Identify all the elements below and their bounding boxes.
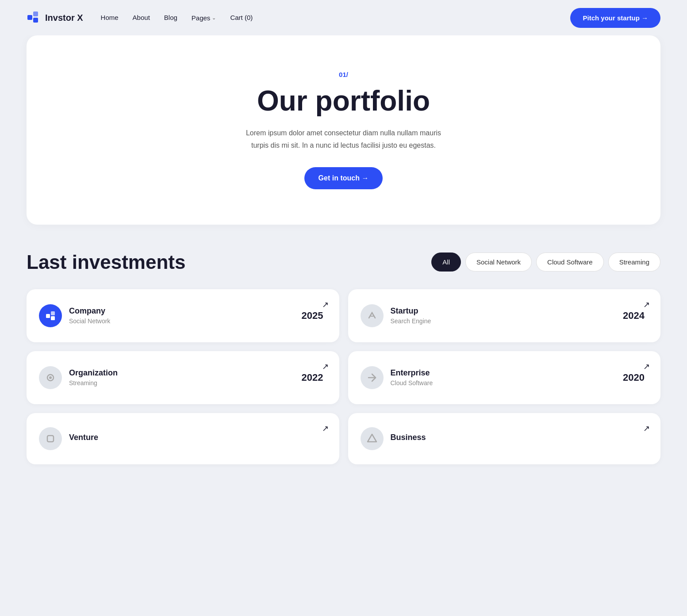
enterprise-category: Cloud Software <box>391 379 433 386</box>
company-name: Company <box>69 306 110 316</box>
company-category: Social Network <box>69 318 110 325</box>
navbar-left: Invstor X Home About Blog Pages ⌄ Cart (… <box>27 11 253 25</box>
card-text-enterprise: Enterprise Cloud Software <box>391 368 433 386</box>
card-logo-company <box>39 304 62 327</box>
investment-card-organization[interactable]: ↗ Organization Streaming 2022 <box>27 351 339 404</box>
card-arrow-icon-venture[interactable]: ↗ <box>322 424 329 433</box>
card-logo-business <box>361 427 384 450</box>
company-year: 2025 <box>302 310 323 321</box>
svg-rect-3 <box>46 314 50 318</box>
hero-description: Lorem ipsum dolor amet consectetur diam … <box>238 127 450 151</box>
card-logo-startup <box>361 304 384 327</box>
startup-name: Startup <box>391 306 431 316</box>
card-arrow-icon-business[interactable]: ↗ <box>643 424 650 433</box>
svg-marker-9 <box>368 434 376 442</box>
filter-buttons: All Social Network Cloud Software Stream… <box>431 253 660 272</box>
pages-chevron-icon: ⌄ <box>212 15 216 21</box>
logo[interactable]: Invstor X <box>27 11 83 25</box>
business-logo-svg <box>366 433 378 444</box>
card-info-company: Company Social Network <box>39 304 110 327</box>
svg-rect-8 <box>47 436 54 442</box>
card-info-startup: Startup Search Engine <box>361 304 431 327</box>
investment-cards-partial: ↗ Venture ↗ <box>27 413 660 464</box>
card-logo-organization <box>39 366 62 389</box>
investments-section: Last investments All Social Network Clou… <box>0 251 687 491</box>
enterprise-year: 2020 <box>623 372 645 383</box>
card-arrow-icon-enterprise[interactable]: ↗ <box>643 362 650 371</box>
card-logo-venture <box>39 427 62 450</box>
investment-card-company[interactable]: ↗ Company Social Network 2025 <box>27 289 339 342</box>
investment-card-startup[interactable]: ↗ Startup Search Engine 2024 <box>348 289 661 342</box>
filter-social-button[interactable]: Social Network <box>465 253 532 272</box>
card-text-startup: Startup Search Engine <box>391 306 431 325</box>
organization-logo-svg <box>45 372 56 383</box>
investments-header: Last investments All Social Network Clou… <box>27 251 660 273</box>
nav-links: Home About Blog Pages ⌄ Cart (0) <box>101 14 253 22</box>
filter-streaming-button[interactable]: Streaming <box>608 253 660 272</box>
organization-name: Organization <box>69 368 118 378</box>
card-info-organization: Organization Streaming <box>39 366 118 389</box>
card-text-venture: Venture <box>69 433 98 444</box>
svg-rect-4 <box>51 311 55 315</box>
organization-year: 2022 <box>302 372 323 383</box>
card-text-organization: Organization Streaming <box>69 368 118 386</box>
enterprise-logo-svg <box>366 372 378 383</box>
svg-point-7 <box>49 376 52 379</box>
venture-logo-svg <box>45 433 56 444</box>
startup-year: 2024 <box>623 310 645 321</box>
nav-blog[interactable]: Blog <box>164 14 177 21</box>
navbar: Invstor X Home About Blog Pages ⌄ Cart (… <box>0 0 687 35</box>
business-name: Business <box>391 433 426 442</box>
get-in-touch-button[interactable]: Get in touch → <box>304 167 383 189</box>
investment-card-venture[interactable]: ↗ Venture <box>27 413 339 464</box>
card-info-enterprise: Enterprise Cloud Software <box>361 366 433 389</box>
nav-pages[interactable]: Pages ⌄ <box>192 14 216 22</box>
card-info-business: Business <box>361 427 426 450</box>
card-arrow-icon-company[interactable]: ↗ <box>322 300 329 310</box>
nav-cart[interactable]: Cart (0) <box>230 14 253 21</box>
hero-section: 01/ Our portfolio Lorem ipsum dolor amet… <box>27 35 660 225</box>
card-arrow-icon-organization[interactable]: ↗ <box>322 362 329 371</box>
brand-name: Invstor X <box>45 13 83 23</box>
startup-category: Search Engine <box>391 318 431 325</box>
card-text-business: Business <box>391 433 426 444</box>
filter-all-button[interactable]: All <box>431 253 461 272</box>
svg-rect-1 <box>33 11 38 16</box>
company-logo-svg <box>45 310 56 321</box>
svg-rect-0 <box>27 15 32 20</box>
filter-cloud-button[interactable]: Cloud Software <box>536 253 604 272</box>
venture-name: Venture <box>69 433 98 442</box>
svg-rect-5 <box>51 316 55 320</box>
pitch-startup-button[interactable]: Pitch your startup → <box>570 8 660 28</box>
investments-title: Last investments <box>27 251 185 273</box>
investment-card-enterprise[interactable]: ↗ Enterprise Cloud Software 2020 <box>348 351 661 404</box>
logo-icon <box>27 11 41 25</box>
card-info-venture: Venture <box>39 427 98 450</box>
card-text-company: Company Social Network <box>69 306 110 325</box>
card-logo-enterprise <box>361 366 384 389</box>
nav-home[interactable]: Home <box>101 14 119 21</box>
investment-card-business[interactable]: ↗ Business <box>348 413 661 464</box>
startup-logo-svg <box>366 310 378 321</box>
hero-title: Our portfolio <box>44 85 643 116</box>
organization-category: Streaming <box>69 379 118 386</box>
card-arrow-icon-startup[interactable]: ↗ <box>643 300 650 310</box>
hero-label: 01/ <box>44 71 643 78</box>
nav-about[interactable]: About <box>133 14 150 21</box>
investment-cards-grid: ↗ Company Social Network 2025 ↗ <box>27 289 660 404</box>
enterprise-name: Enterprise <box>391 368 433 378</box>
svg-rect-2 <box>33 18 38 23</box>
